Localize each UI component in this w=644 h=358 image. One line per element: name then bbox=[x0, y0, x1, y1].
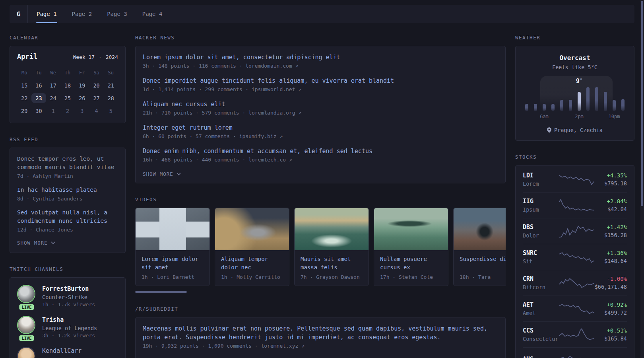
hn-item-meta: 3h · 148 points · 116 comments · loremdo… bbox=[143, 63, 498, 69]
hn-item: Integer eget rutrum lorem 6h · 60 points… bbox=[143, 123, 498, 139]
calendar-day: 20 bbox=[89, 80, 103, 90]
stock-row[interactable]: DBSDolor +1.42%$156.28 bbox=[523, 218, 627, 244]
twitch-widget: TWITCH CHANNELS LIVE ForrestBurton Count… bbox=[10, 266, 126, 358]
stock-change: -1.00% bbox=[595, 276, 627, 282]
hn-item-meta: 1d · 1,414 points · 299 comments · ipsum… bbox=[143, 86, 498, 92]
scrollbar-thumb[interactable] bbox=[641, 1, 643, 206]
calendar-week-year: Week 17 · 2024 bbox=[73, 54, 118, 60]
video-title[interactable]: Nullam posuere cursus ex bbox=[380, 255, 442, 272]
external-link-icon: ↗ bbox=[298, 86, 301, 92]
video-thumbnail[interactable] bbox=[295, 208, 369, 250]
stock-sparkline bbox=[559, 302, 594, 316]
external-link-icon: ↗ bbox=[279, 133, 283, 139]
video-card[interactable]: Aliquam tempor dolor nec pharetra… 1h · … bbox=[215, 208, 289, 286]
stock-sparkline bbox=[559, 276, 594, 290]
stock-row[interactable]: IIGIpsum +2.84%$42.04 bbox=[523, 193, 627, 218]
twitch-channel-category[interactable]: League of Legends bbox=[42, 325, 97, 331]
reddit-domain-text: loremnet.xyz bbox=[261, 343, 298, 349]
video-thumbnail[interactable] bbox=[454, 208, 506, 250]
rss-item-title[interactable]: In hac habitasse platea bbox=[17, 186, 118, 194]
rss-show-more-button[interactable]: SHOW MORE bbox=[17, 240, 118, 246]
temp-value: 9 bbox=[576, 78, 580, 85]
reddit-post-meta: 19h · 9,932 points · 1,090 comments · lo… bbox=[143, 343, 498, 349]
hn-domain-text: loremdomain.com bbox=[245, 63, 292, 69]
hn-domain-link[interactable]: loremlandia.org ↗ bbox=[248, 110, 301, 116]
weather-bar bbox=[525, 104, 528, 111]
video-card[interactable]: Nullam posuere cursus ex 17h · Stefan Co… bbox=[374, 208, 448, 286]
calendar-grid: Mo Tu We Th Fr Sa Su 15 16 17 18 19 20 2… bbox=[17, 68, 118, 116]
stocks-widget: STOCKS LDILorem +4.35%$795.18 IIGIpsum +… bbox=[515, 154, 634, 358]
twitch-channel-name[interactable]: Trisha bbox=[42, 316, 97, 324]
calendar-header: CALENDAR bbox=[10, 35, 126, 41]
stock-row[interactable]: SNRCSit +1.36%$148.64 bbox=[523, 244, 627, 270]
reddit-domain-link[interactable]: loremnet.xyz ↗ bbox=[261, 343, 305, 349]
app-logo[interactable]: G bbox=[10, 5, 28, 23]
video-thumbnail[interactable] bbox=[374, 208, 448, 250]
video-title[interactable]: Mauris sit amet massa felis bbox=[301, 255, 363, 272]
twitch-channel-name[interactable]: KendallCarr bbox=[42, 347, 81, 355]
hn-item-meta: 16h · 468 points · 440 comments · loremt… bbox=[143, 157, 498, 163]
weather-bar bbox=[613, 100, 616, 111]
weather-bar bbox=[534, 104, 537, 111]
page-tabs: Page 1 Page 2 Page 3 Page 4 bbox=[28, 5, 170, 23]
weather-bar bbox=[551, 104, 555, 111]
video-title[interactable]: Lorem ipsum dolor sit amet consectetu… bbox=[142, 255, 204, 272]
tab-page-3[interactable]: Page 3 bbox=[99, 5, 135, 23]
video-card[interactable]: Mauris sit amet massa felis 7h · Grayson… bbox=[294, 208, 369, 286]
degree-symbol: ° bbox=[580, 78, 582, 83]
rss-item-meta: 7d · Ashlyn Martin bbox=[17, 173, 118, 179]
hn-domain-link[interactable]: loremdomain.com ↗ bbox=[245, 63, 298, 69]
video-thumbnail[interactable] bbox=[136, 208, 209, 250]
hn-domain-link[interactable]: loremtech.co ↗ bbox=[248, 157, 292, 163]
live-ring bbox=[17, 285, 35, 303]
hn-show-more-button[interactable]: SHOW MORE bbox=[143, 171, 498, 177]
time-label: 6am bbox=[540, 114, 549, 119]
weather-header: WEATHER bbox=[515, 35, 634, 41]
separator-dot: · bbox=[98, 54, 103, 60]
rss-item-title[interactable]: Sed volutpat nulla nisl, a condimentum n… bbox=[17, 208, 118, 225]
hn-domain-link[interactable]: ipsumworld.net ↗ bbox=[252, 86, 301, 92]
reddit-post-title[interactable]: Maecenas mollis pulvinar erat non posuer… bbox=[143, 324, 498, 342]
calendar-day: 1 bbox=[46, 106, 60, 116]
twitch-channel-name[interactable]: ForrestBurton bbox=[42, 285, 95, 293]
weekday-label: Fr bbox=[75, 68, 89, 78]
hn-item-title[interactable]: Donec enim nibh, condimentum et accumsan… bbox=[143, 147, 498, 156]
video-card[interactable]: Suspendisse diam 18h · Tara bbox=[453, 208, 506, 286]
twitch-channel-row[interactable]: LIVE ForrestBurton Counter-Strike 1h · 1… bbox=[17, 285, 118, 307]
stock-values: +2.84%$42.04 bbox=[607, 198, 627, 212]
weekday-label: Mo bbox=[17, 68, 31, 78]
stock-row[interactable]: CCSConsectetur +0.51%$165.84 bbox=[523, 322, 627, 348]
chevron-down-icon bbox=[177, 173, 181, 175]
video-thumbnail[interactable] bbox=[215, 208, 289, 250]
stock-price: $165.84 bbox=[604, 335, 627, 342]
stock-row[interactable]: AETAmet +0.92%$499.72 bbox=[523, 296, 627, 322]
weekday-label: Tu bbox=[31, 68, 46, 78]
twitch-channel-row[interactable]: LIVE Trisha League of Legends 3h · 1.2k … bbox=[17, 316, 118, 339]
page-scrollbar[interactable] bbox=[640, 0, 644, 358]
videos-widget: VIDEOS Lorem ipsum dolor sit amet consec… bbox=[135, 197, 506, 293]
twitch-channel-category[interactable]: Counter-Strike bbox=[42, 294, 95, 300]
video-title[interactable]: Aliquam tempor dolor nec pharetra… bbox=[221, 255, 283, 272]
video-card[interactable]: Lorem ipsum dolor sit amet consectetu… 1… bbox=[135, 208, 210, 286]
rss-card: Donec tempor eros leo, ut commodo mauris… bbox=[10, 148, 126, 253]
tab-page-2[interactable]: Page 2 bbox=[64, 5, 100, 23]
hn-item-title[interactable]: Aliquam nec cursus elit bbox=[143, 100, 498, 109]
stock-price: $148.64 bbox=[604, 258, 627, 264]
time-label: 10pm bbox=[609, 114, 620, 119]
rss-item-title[interactable]: Donec tempor eros leo, ut commodo mauris… bbox=[17, 155, 118, 171]
hn-item-title[interactable]: Lorem ipsum dolor sit amet, consectetur … bbox=[143, 53, 498, 62]
tab-page-4[interactable]: Page 4 bbox=[135, 5, 170, 23]
hn-domain-link[interactable]: ipsumify.biz ↗ bbox=[239, 133, 283, 139]
stock-row[interactable]: CRNBitcorn -1.00%$66,171.48 bbox=[523, 270, 627, 296]
tab-page-1[interactable]: Page 1 bbox=[29, 5, 64, 23]
twitch-channel-row[interactable]: KendallCarr bbox=[17, 347, 118, 358]
video-title[interactable]: Suspendisse diam bbox=[460, 255, 506, 272]
stock-row[interactable]: LDILorem +4.35%$795.18 bbox=[523, 167, 627, 193]
calendar-day: 21 bbox=[104, 80, 118, 90]
video-meta: 7h · Grayson Dawson bbox=[301, 274, 363, 280]
videos-scroll-indicator[interactable] bbox=[135, 291, 187, 293]
hn-item-title[interactable]: Donec imperdiet augue tincidunt felis al… bbox=[143, 76, 498, 85]
stock-row[interactable]: AHS +0.46% bbox=[523, 348, 627, 358]
stock-values: -1.00%$66,171.48 bbox=[595, 276, 627, 290]
hn-item-title[interactable]: Integer eget rutrum lorem bbox=[143, 123, 498, 132]
